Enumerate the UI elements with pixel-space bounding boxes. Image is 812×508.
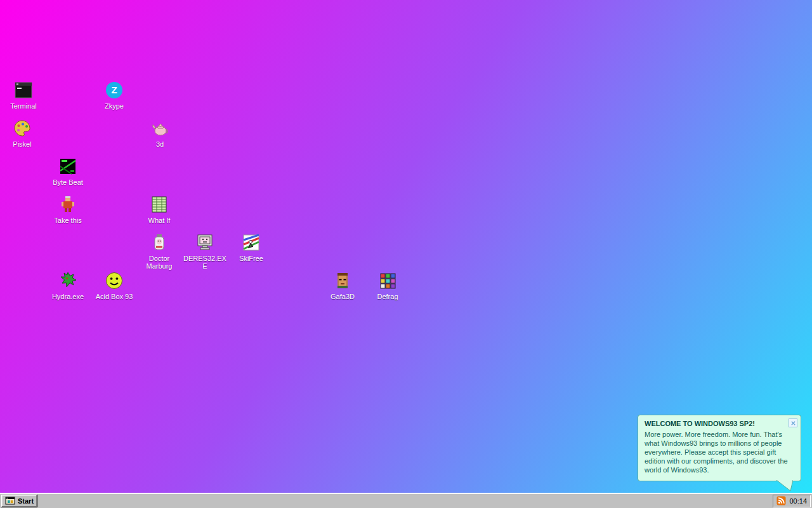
- terminal-icon: [13, 80, 34, 100]
- grid-document-icon: [149, 194, 169, 215]
- pixel-man-icon: [58, 194, 78, 215]
- soldier-face-icon: [332, 271, 353, 291]
- icon-label: Doctor Marburg: [137, 255, 181, 270]
- desktop-icon-hydra[interactable]: Hydra.exe: [46, 271, 90, 300]
- rss-icon[interactable]: [776, 496, 786, 505]
- icon-label: Piskel: [0, 140, 44, 148]
- desktop-icon-terminal[interactable]: Terminal: [1, 80, 46, 110]
- desktop-icon-skifree[interactable]: SkiFree: [229, 232, 273, 262]
- icon-label: Hydra.exe: [46, 293, 90, 300]
- smiley-icon: [104, 271, 124, 291]
- icon-label: Byte Beat: [46, 178, 90, 186]
- system-tray: 00:14: [773, 495, 811, 507]
- desktop-icon-acid-box[interactable]: Acid Box 93: [92, 271, 136, 300]
- icon-label: SkiFree: [229, 255, 273, 262]
- icon-label: What If: [137, 217, 181, 224]
- start-icon: [5, 496, 15, 506]
- balloon-tail: [776, 480, 793, 491]
- desktop-icon-piskel[interactable]: Piskel: [0, 118, 44, 148]
- palette-icon: [12, 118, 32, 138]
- desktop-icon-3d[interactable]: 3d: [138, 118, 182, 148]
- start-label: Start: [18, 497, 34, 505]
- desktop[interactable]: Terminal Z Zkype Piskel 3d: [0, 0, 812, 508]
- clock[interactable]: 00:14: [789, 497, 807, 505]
- notification-balloon: WELCOME TO WINDOWS93 SP2! More power. Mo…: [638, 415, 801, 481]
- icon-label: Zkype: [92, 102, 136, 110]
- glitch-icon: [58, 156, 78, 177]
- close-button[interactable]: [789, 418, 797, 427]
- dragon-icon: [58, 271, 78, 291]
- skier-icon: [241, 232, 261, 253]
- icon-label: Gafa3D: [320, 293, 365, 300]
- teapot-icon: [150, 118, 170, 138]
- notification-title: WELCOME TO WINDOWS93 SP2!: [645, 420, 794, 427]
- desktop-icon-defrag[interactable]: Defrag: [365, 271, 410, 300]
- close-icon: [790, 420, 796, 426]
- icon-label: DERES32.EXE: [183, 255, 227, 270]
- icon-label: 3d: [138, 140, 182, 148]
- icon-label: Terminal: [1, 102, 46, 110]
- desktop-icon-deres32[interactable]: DERES32.EXE: [183, 232, 227, 270]
- icon-label: Acid Box 93: [92, 293, 136, 300]
- desktop-icon-byte-beat[interactable]: Byte Beat: [46, 156, 90, 186]
- desktop-icon-gafa3d[interactable]: Gafa3D: [320, 271, 365, 300]
- start-button[interactable]: Start: [1, 495, 37, 507]
- zkype-icon: Z: [104, 80, 124, 100]
- desktop-icon-doctor-marburg[interactable]: Doctor Marburg: [137, 232, 181, 270]
- desktop-icon-zkype[interactable]: Z Zkype: [92, 80, 136, 110]
- icon-label: Take this: [46, 217, 90, 224]
- svg-text:Z: Z: [111, 84, 117, 95]
- blocks-icon: [377, 271, 398, 291]
- taskbar: Start 00:14: [0, 493, 812, 508]
- notification-body: More power. More freedom. More fun. That…: [645, 430, 794, 474]
- bottle-face-icon: [149, 232, 169, 253]
- icon-label: Defrag: [365, 293, 410, 300]
- desktop-icon-what-if[interactable]: What If: [137, 194, 181, 224]
- desktop-icon-take-this[interactable]: Take this: [46, 194, 90, 224]
- monitor-face-icon: [195, 232, 215, 253]
